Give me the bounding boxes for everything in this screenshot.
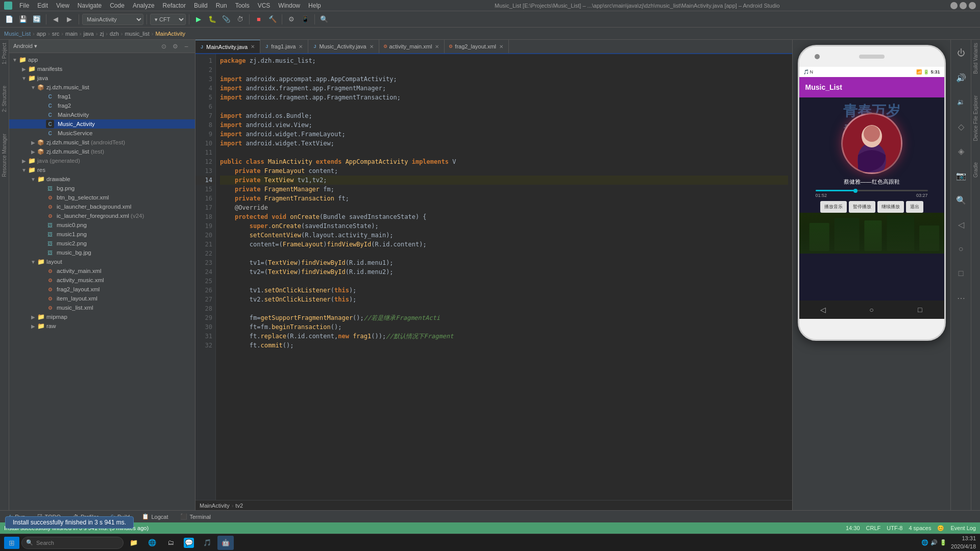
phone-exit-btn[interactable]: 退出 (906, 201, 923, 213)
tab-close-frag2-layout[interactable]: ✕ (498, 43, 504, 50)
phone-pause-btn[interactable]: 暂停播放 (849, 201, 875, 213)
debug-button[interactable]: 🐛 (206, 13, 218, 26)
panel-collapse-icon[interactable]: – (182, 42, 191, 51)
tree-item-layout[interactable]: ▼ 📁 layout (9, 257, 195, 266)
power-icon[interactable]: ⏻ (953, 45, 969, 61)
menu-run[interactable]: Run (213, 0, 230, 11)
sidebar-label-build-variants[interactable]: Build Variants (972, 40, 979, 77)
find-button[interactable]: 🔍 (318, 13, 330, 26)
tree-item-java-generated[interactable]: ▶ 📁 java (generated) (9, 156, 195, 165)
tree-item-ic-fg[interactable]: ⚙ ic_launcher_foreground.xml (v24) (9, 211, 195, 220)
tree-item-res[interactable]: ▼ 📁 res (9, 165, 195, 174)
sidebar-label-structure[interactable]: 2: Structure (1, 83, 8, 115)
tree-item-music2[interactable]: 🖼 music2.png (9, 239, 195, 248)
menu-refactor[interactable]: Refactor (160, 0, 189, 11)
bc-src[interactable]: src (52, 31, 60, 37)
tree-item-music1[interactable]: 🖼 music1.png (9, 230, 195, 239)
tree-item-bg-png[interactable]: 🖼 bg.png (9, 184, 195, 193)
tree-item-pkg-androidtest[interactable]: ▶ 📦 zj.dzh.music_list (androidTest) (9, 138, 195, 147)
menu-analyze[interactable]: Analyze (130, 0, 158, 11)
toolbar-forward[interactable]: ▶ (63, 13, 76, 26)
minimize-button[interactable]: – (950, 2, 958, 9)
status-indent[interactable]: 4 spaces (909, 525, 931, 532)
tree-item-drawable[interactable]: ▼ 📁 drawable (9, 174, 195, 184)
tab-terminal[interactable]: ⬛ Terminal (176, 512, 215, 521)
profile-button[interactable]: ⏱ (234, 13, 246, 26)
menu-help[interactable]: Help (305, 0, 324, 11)
more-icon[interactable]: ⋯ (953, 290, 969, 306)
menu-edit[interactable]: Edit (34, 0, 51, 11)
phone-recents-btn[interactable]: □ (914, 304, 926, 316)
phone-resume-btn[interactable]: 继续播放 (877, 201, 904, 213)
phone-play-btn[interactable]: 播放音乐 (820, 201, 847, 213)
tree-item-pkg-test[interactable]: ▶ 📦 zj.dzh.music_list (test) (9, 147, 195, 156)
taskbar-clock[interactable]: 13:31 2020/4/18 (951, 535, 976, 550)
attach-debugger-button[interactable]: 📎 (220, 13, 232, 26)
toolbar-save[interactable]: 💾 (17, 13, 29, 26)
taskbar-app-chat[interactable]: 💬 (181, 536, 197, 550)
taskbar-app-files[interactable]: 🗂 (162, 536, 179, 550)
menu-window[interactable]: Window (275, 0, 303, 11)
bc-music-list[interactable]: Music_List (4, 31, 31, 37)
panel-scope-icon[interactable]: ⊙ (159, 42, 168, 51)
avd-manager-button[interactable]: 📱 (299, 13, 311, 26)
tree-item-music0[interactable]: 🖼 music0.png (9, 220, 195, 230)
status-crlf[interactable]: CRLF (866, 525, 881, 532)
bc-app[interactable]: app (37, 31, 46, 37)
taskbar-app-explorer[interactable]: 📁 (126, 536, 142, 550)
tab-music-activity-java[interactable]: J Music_Activity.java ✕ (308, 40, 379, 53)
tree-item-mainactivity[interactable]: C MainActivity (9, 110, 195, 119)
sdk-manager-button[interactable]: ⚙ (285, 13, 298, 26)
cft-selector[interactable]: ▾ CFT (150, 14, 186, 25)
stop-button[interactable]: ■ (253, 13, 265, 26)
start-button[interactable]: ⊞ (4, 537, 19, 549)
toolbar-file-new[interactable]: 📄 (3, 13, 15, 26)
bc-zj[interactable]: zj (100, 31, 104, 37)
tree-item-frag1[interactable]: C frag1 (9, 92, 195, 101)
menu-view[interactable]: View (53, 0, 72, 11)
tree-item-frag2-layout[interactable]: ⚙ frag2_layout.xml (9, 285, 195, 294)
toolbar-back[interactable]: ◀ (50, 13, 62, 26)
tab-close-music-activity[interactable]: ✕ (369, 43, 375, 50)
status-encoding[interactable]: UTF-8 (887, 525, 902, 532)
menu-tools[interactable]: Tools (232, 0, 253, 11)
tree-item-pkg-main[interactable]: ▼ 📦 zj.dzh.music_list (9, 83, 195, 92)
taskbar-app-edge[interactable]: 🌐 (144, 536, 160, 550)
bc-music-list-pkg[interactable]: music_list (125, 31, 149, 37)
tree-item-item-layout[interactable]: ⚙ item_layout.xml (9, 294, 195, 303)
tree-item-music-activity[interactable]: C Music_Activity (9, 119, 195, 129)
bc-main[interactable]: main (65, 31, 78, 37)
toolbar-sync[interactable]: 🔄 (31, 13, 43, 26)
volume-up-icon[interactable]: 🔊 (953, 69, 969, 86)
status-event-log[interactable]: Event Log (950, 525, 976, 532)
circle-icon[interactable]: ○ (953, 241, 969, 257)
sidebar-label-gradle[interactable]: Gradle (972, 159, 979, 181)
tree-item-java[interactable]: ▼ 📁 java (9, 73, 195, 83)
menu-navigate[interactable]: Navigate (75, 0, 105, 11)
menu-file[interactable]: File (16, 0, 32, 11)
tree-item-ic-bg[interactable]: ⚙ ic_launcher_background.xml (9, 202, 195, 211)
eraser-icon[interactable]: ◈ (953, 143, 969, 159)
tree-item-frag2[interactable]: C frag2 (9, 101, 195, 110)
tab-logcat[interactable]: 📋 Logcat (138, 512, 172, 521)
camera-icon[interactable]: 📷 (953, 167, 969, 184)
sidebar-label-device-explorer[interactable]: Device File Explorer (972, 92, 979, 144)
activity-selector[interactable]: MainActivity (82, 14, 143, 25)
tab-mainactivity-java[interactable]: J MainActivity.java ✕ (195, 40, 260, 53)
bc-dzh[interactable]: dzh (110, 31, 119, 37)
phone-back-btn[interactable]: ◁ (817, 304, 829, 316)
maximize-button[interactable]: □ (960, 2, 967, 9)
run-button[interactable]: ▶ (192, 13, 205, 26)
bc-java[interactable]: java (84, 31, 94, 37)
menu-build[interactable]: Build (191, 0, 211, 11)
tab-close-frag1[interactable]: ✕ (298, 43, 304, 50)
build-button[interactable]: 🔨 (266, 13, 279, 26)
menu-code[interactable]: Code (107, 0, 128, 11)
taskbar-app-media[interactable]: 🎵 (199, 536, 215, 550)
taskbar-search[interactable]: 🔍 Search (21, 537, 124, 549)
close-button[interactable]: ✕ (969, 2, 976, 9)
tree-item-manifests[interactable]: ▶ 📁 manifests (9, 64, 195, 73)
tree-item-activity-main[interactable]: ⚙ activity_main.xml (9, 266, 195, 276)
tree-item-raw[interactable]: ▶ 📁 raw (9, 321, 195, 331)
sidebar-label-resource[interactable]: Resource Manager (1, 131, 8, 180)
